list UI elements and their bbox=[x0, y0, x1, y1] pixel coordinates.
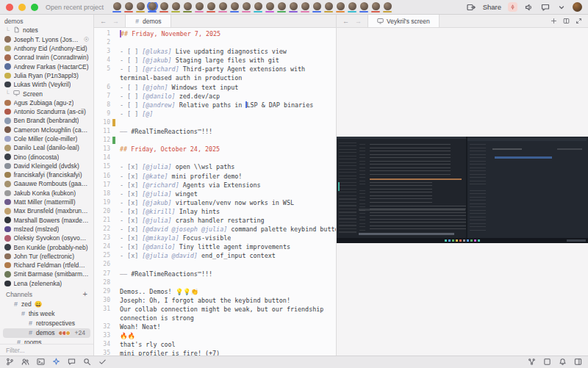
participant-row[interactable]: Marshall Bowers (maxdeviant) bbox=[0, 216, 93, 225]
facepile-avatar[interactable] bbox=[336, 2, 345, 12]
microphone-icon[interactable] bbox=[508, 2, 517, 12]
participant-row[interactable]: Ben Kunkle (probably-neb) bbox=[0, 242, 93, 251]
participant-row[interactable]: Anthony Eid (Anthony-Eid) bbox=[0, 44, 93, 53]
participant-row[interactable]: John Tur (reflectronic) bbox=[0, 252, 93, 261]
facepile-avatar[interactable] bbox=[383, 2, 392, 12]
facepile-avatar[interactable] bbox=[254, 2, 262, 12]
speaker-icon[interactable] bbox=[524, 2, 534, 12]
facepile-avatar[interactable] bbox=[183, 2, 192, 12]
facepile-avatar[interactable] bbox=[265, 2, 274, 12]
tab-veykrils-screen[interactable]: Veykril's screen bbox=[368, 15, 440, 27]
editor-line[interactable]: 34that's rly cool bbox=[94, 340, 336, 349]
nav-forward-button[interactable]: → bbox=[355, 18, 362, 25]
channel-demos[interactable]: #demos+24 bbox=[3, 328, 90, 338]
share-button[interactable]: Share bbox=[483, 3, 501, 11]
facepile-avatar[interactable] bbox=[171, 2, 180, 12]
participant-row[interactable]: Richard Feldman (rtfeldman) bbox=[0, 261, 93, 270]
nav-forward-button[interactable]: → bbox=[112, 18, 119, 25]
editor-line[interactable]: 18- [x] [@julia] winget bbox=[94, 190, 336, 198]
editor-line[interactable]: 13## Friday, October 24, 2025 bbox=[94, 145, 336, 154]
editor-line[interactable]: 10 bbox=[94, 118, 336, 127]
participant-row[interactable]: Andrew Farkas (HactarCE) bbox=[0, 62, 93, 71]
nav-back-button[interactable]: ← bbox=[343, 18, 349, 25]
chat-icon[interactable] bbox=[68, 356, 76, 368]
user-avatar[interactable] bbox=[573, 2, 582, 12]
editor-line[interactable]: 8- [ ] [@andrew] Relative paths in LSP &… bbox=[94, 101, 336, 109]
editor-line[interactable]: 27—— #RealTimeReactions™!!! bbox=[94, 270, 336, 278]
editor-line[interactable]: 21- [x] [@julia] crash handler restartin… bbox=[94, 216, 336, 225]
facepile-avatar[interactable] bbox=[371, 2, 380, 12]
editor-line[interactable]: connection is strong bbox=[94, 314, 336, 322]
filter-input[interactable]: Filter... bbox=[0, 344, 93, 356]
editor-line[interactable]: 19- [x] [@jakub] virtualenv/venv now wor… bbox=[94, 198, 336, 207]
facepile-avatar[interactable] bbox=[289, 2, 298, 12]
editor-line[interactable]: 4- [ ] [@jakub] Staging large files with… bbox=[94, 56, 336, 65]
editor-line[interactable]: 17- [x] [@richard] Agents via Extensions bbox=[94, 181, 336, 190]
editor-line[interactable]: 20- [x] [@kirill] Inlay hints bbox=[94, 207, 336, 216]
editor-line[interactable]: terminal-based auth in production bbox=[94, 73, 336, 82]
deps-icon[interactable] bbox=[528, 356, 536, 368]
facepile-avatar[interactable] bbox=[230, 2, 239, 12]
editor-line[interactable]: 14 bbox=[94, 154, 336, 162]
facepile-avatar[interactable] bbox=[195, 2, 204, 12]
editor-line[interactable]: 7- [ ] [@danilo] zed.dev/acp bbox=[94, 92, 336, 101]
participant-row[interactable]: Dino (dinocosta) bbox=[0, 152, 93, 161]
editor-line[interactable]: 22- [x] [@david @joseph @julia] command … bbox=[94, 225, 336, 234]
facepile-avatar[interactable] bbox=[324, 2, 333, 12]
maximize-pane-icon[interactable] bbox=[576, 18, 582, 24]
participant-row[interactable]: Lukas Wirth (Veykril) bbox=[0, 80, 93, 89]
editor-line[interactable]: 2 bbox=[94, 38, 336, 47]
participant-row[interactable]: Agus Zubiaga (agu-z) bbox=[0, 98, 93, 107]
editor-line[interactable]: 31Our collab connection might be weak, b… bbox=[94, 305, 336, 314]
add-channel-button[interactable]: + bbox=[83, 290, 87, 298]
terminal-icon[interactable] bbox=[37, 356, 45, 368]
participant-row[interactable]: Cole Miller (cole-miller) bbox=[0, 134, 93, 143]
chevron-down-icon[interactable] bbox=[556, 2, 566, 12]
facepile-avatar[interactable] bbox=[112, 2, 121, 12]
split-pane-icon[interactable] bbox=[563, 18, 570, 24]
participant-row[interactable]: Jakub Konka (kubkon) bbox=[0, 189, 93, 198]
collab-icon[interactable] bbox=[21, 356, 29, 368]
participant-row[interactable]: Danilo Leal (danilo-leal) bbox=[0, 143, 93, 152]
facepile-avatar[interactable] bbox=[277, 2, 286, 12]
screen-share-row[interactable]: └Screen bbox=[0, 89, 93, 98]
editor-line[interactable]: 30Joseph: Oh, I forgot about the keybind… bbox=[94, 296, 336, 305]
participant-row[interactable]: Joseph T. Lyons (JosephTLyons)🖸 bbox=[0, 35, 93, 44]
channel-retrospectives[interactable]: #retrospectives bbox=[3, 319, 90, 328]
facepile-avatar[interactable] bbox=[348, 2, 356, 12]
participant-row[interactable]: Julia Ryan (P1n3appl3) bbox=[0, 71, 93, 80]
editor-line[interactable]: 33🔥🔥 bbox=[94, 331, 336, 340]
editor-line[interactable]: 25- [x] [@julia @david] end_of_input con… bbox=[94, 251, 336, 260]
participant-row[interactable]: Lena (zelenenka) bbox=[0, 279, 93, 288]
facepile-avatar[interactable] bbox=[136, 2, 145, 12]
participant-row[interactable]: franciskafyi (franciskafyi) bbox=[0, 170, 93, 179]
participant-row[interactable]: mslzed (mslzed) bbox=[0, 225, 93, 234]
minimize-window-button[interactable] bbox=[18, 4, 26, 11]
editor-line[interactable]: 32Woah! Neat! bbox=[94, 322, 336, 331]
participant-row[interactable]: Conrad Irwin (ConradIrwin) bbox=[0, 53, 93, 62]
editor-line[interactable]: 9- [ ] [@] bbox=[94, 109, 336, 118]
tab-demos[interactable]: # demos bbox=[125, 15, 171, 27]
project-file-notes[interactable]: └ notes bbox=[0, 26, 93, 35]
facepile-avatar[interactable] bbox=[242, 2, 251, 12]
editor-toggle-icon[interactable] bbox=[543, 356, 551, 368]
participant-row[interactable]: David Kleingeld (dvdsk) bbox=[0, 162, 93, 170]
editor-line[interactable]: 26 bbox=[94, 260, 336, 269]
participant-row[interactable]: Oleksiy Syvokon (osyvokon) bbox=[0, 234, 93, 242]
editor-line[interactable]: 1## Friday, November 7, 2025 bbox=[94, 29, 336, 38]
facepile-avatar[interactable] bbox=[159, 2, 168, 12]
editor-line[interactable]: 35mini profiler is fire! (+7) bbox=[94, 349, 336, 356]
chat-bubble-icon[interactable] bbox=[540, 2, 550, 12]
project-header[interactable]: demos bbox=[0, 17, 93, 26]
editor-line[interactable]: 29Demos.. Demos! 💡💡👏 bbox=[94, 287, 336, 296]
participant-row[interactable]: Matt Miller (mattermill) bbox=[0, 198, 93, 206]
participant-row[interactable]: Max Brunsfeld (maxbrunsfeld) bbox=[0, 206, 93, 215]
zoom-window-button[interactable] bbox=[31, 4, 38, 11]
editor-line[interactable]: 16- [x] [@kate] mini profiler demo! bbox=[94, 172, 336, 181]
participant-row[interactable]: Antonio Scandurra (as-cii) bbox=[0, 107, 93, 116]
participant-row[interactable]: Smit Barmase (smitbarmase) bbox=[0, 270, 93, 278]
facepile-avatar[interactable] bbox=[359, 2, 368, 12]
screen-share-icon[interactable] bbox=[467, 2, 476, 12]
participant-row[interactable]: Ben Brandt (benbrandt) bbox=[0, 116, 93, 125]
channel-zed[interactable]: #zed😄 bbox=[3, 300, 90, 309]
